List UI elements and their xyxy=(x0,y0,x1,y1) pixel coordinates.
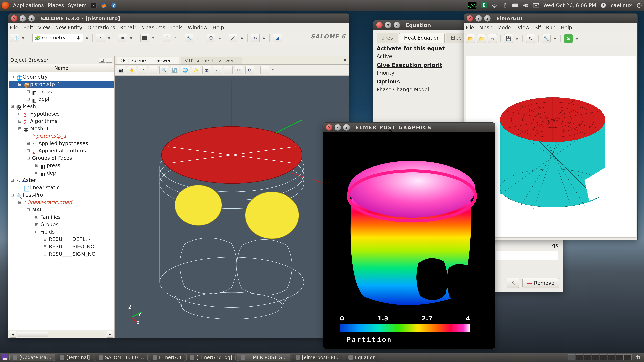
rotate-icon[interactable]: 🔄 xyxy=(170,66,179,74)
menu-system[interactable]: System xyxy=(68,2,87,8)
task-item[interactable]: [Update Ma… xyxy=(10,354,55,361)
bluetooth-icon[interactable] xyxy=(502,2,508,8)
menu-edit[interactable]: Edit xyxy=(23,25,33,30)
save-icon[interactable]: 💾 xyxy=(504,34,513,43)
close-icon[interactable]: ✕ xyxy=(376,22,382,28)
edge-icon[interactable]: ／ xyxy=(229,34,238,42)
edit-sif-icon[interactable]: ✎ xyxy=(526,34,535,43)
menu-applications[interactable]: Applications xyxy=(13,2,44,8)
menu-help[interactable]: Help xyxy=(212,25,224,30)
clock[interactable]: Wed Oct 26, 6:06 PM xyxy=(544,2,596,8)
close-icon[interactable]: ✕ xyxy=(326,124,332,130)
overflow-icon[interactable]: » xyxy=(129,36,133,40)
boolean-icon[interactable]: ⬛ xyxy=(140,34,149,42)
close-panel-icon[interactable]: ✕ xyxy=(106,58,112,62)
tray-app-icon[interactable]: E xyxy=(481,2,487,8)
tree-fields[interactable]: Fields xyxy=(40,228,55,236)
task-item[interactable]: ELMER POST G… xyxy=(237,354,290,361)
equation-name-input[interactable] xyxy=(496,251,558,260)
user-menu-icon[interactable] xyxy=(600,2,606,8)
tab-close-icon[interactable]: ✕ xyxy=(343,57,347,63)
battery-icon[interactable] xyxy=(512,2,518,8)
tree-applied-alg[interactable]: Applied algorithms xyxy=(38,147,86,154)
volume-icon[interactable] xyxy=(522,2,528,8)
menu-view[interactable]: View xyxy=(38,25,50,30)
close-icon[interactable]: ✕ xyxy=(11,15,17,22)
menu-help[interactable]: Help xyxy=(561,25,572,30)
menu-mesh[interactable]: Mesh xyxy=(479,25,492,30)
tab-elec[interactable]: Elec xyxy=(446,33,466,43)
undock-icon[interactable]: ◫ xyxy=(99,58,105,62)
task-item[interactable]: Equation xyxy=(345,354,379,361)
redo-icon[interactable]: ↷ xyxy=(224,66,232,74)
show-desktop-icon[interactable]: ▃ xyxy=(2,354,8,360)
overflow-icon[interactable]: » xyxy=(240,36,244,40)
menu-window[interactable]: Window xyxy=(188,25,208,30)
solver-settings-icon[interactable]: 🔧 xyxy=(542,34,550,43)
help-launcher-icon[interactable]: ? xyxy=(111,2,117,8)
tree-gdepl[interactable]: depl xyxy=(47,169,58,176)
overflow-icon[interactable]: » xyxy=(575,36,579,41)
minimize-icon[interactable]: ▾ xyxy=(385,22,391,28)
tree-linear-static[interactable]: linear-static xyxy=(30,184,60,191)
menu-file[interactable]: File xyxy=(466,25,474,30)
export-icon[interactable]: ↪ xyxy=(488,34,497,43)
tree-press[interactable]: press xyxy=(38,88,52,96)
zoom-icon[interactable]: 🔍 xyxy=(160,66,168,74)
firefox-launcher-icon[interactable] xyxy=(101,2,107,8)
elmergui-titlebar[interactable]: ✕ ▾ ▴ ElmerGUI xyxy=(464,14,638,23)
tree-piston[interactable]: piston.stp_1 xyxy=(30,81,60,88)
overflow-icon[interactable]: » xyxy=(85,36,89,40)
close-icon[interactable]: ✕ xyxy=(467,15,473,22)
tree-resu-depl[interactable]: RESU____DEPL, - xyxy=(49,236,90,243)
fit-all-icon[interactable]: ⊹ xyxy=(149,66,158,74)
user-name[interactable]: caelinux xyxy=(611,2,632,8)
rotation-point-icon[interactable]: ✨ xyxy=(192,66,200,74)
menu-operations[interactable]: Operations xyxy=(88,25,115,30)
fit-selection-icon[interactable]: ⤢ xyxy=(138,66,147,74)
undo-icon[interactable]: ↶ xyxy=(213,66,222,74)
load-mesh-icon[interactable]: 📁 xyxy=(477,34,486,43)
memorize-icon[interactable]: ⚙ xyxy=(245,66,254,74)
elmer-post-viewport[interactable]: 0 1.3 2.7 4 Partition xyxy=(323,132,495,348)
task-item[interactable]: [ElmerGrid log] xyxy=(186,354,236,361)
tree-resu-sieq[interactable]: RESU____SIEQ_NO xyxy=(49,243,94,250)
tree-gpress[interactable]: press xyxy=(47,162,60,169)
tree-groups-faces[interactable]: Groups of Faces xyxy=(32,154,72,162)
tree-aster[interactable]: Aster xyxy=(23,176,36,184)
tree-families[interactable]: Families xyxy=(40,214,61,221)
maximize-view-icon[interactable]: ▭ xyxy=(260,66,269,74)
point-icon[interactable]: • xyxy=(96,34,105,42)
workspace-switcher[interactable] xyxy=(568,354,632,360)
task-item[interactable]: SALOME 6.3.0 … xyxy=(95,354,148,361)
overflow-icon[interactable]: » xyxy=(271,68,275,72)
trash-icon[interactable]: 🗑 xyxy=(636,354,642,361)
tab-heat-equation[interactable]: Heat Equation xyxy=(399,33,445,43)
scroll-left-icon[interactable]: ◂ xyxy=(10,331,16,338)
open-icon[interactable]: 📂 xyxy=(466,34,475,43)
tree-applied-hyp[interactable]: Applied hypotheses xyxy=(38,140,88,147)
overflow-icon[interactable]: » xyxy=(107,36,111,40)
maximize-icon[interactable]: ▴ xyxy=(394,22,400,28)
maximize-icon[interactable]: ▴ xyxy=(28,15,35,22)
tab-vtk-scene[interactable]: VTK scene:1 - viewer:1 xyxy=(181,57,242,64)
terminal-launcher-icon[interactable]: >_ xyxy=(91,2,97,8)
menu-places[interactable]: Places xyxy=(48,2,64,8)
overflow-icon[interactable]: » xyxy=(262,36,266,40)
tree-scrollbar[interactable]: ◂ ▸ xyxy=(8,330,114,338)
maximize-icon[interactable]: ▴ xyxy=(343,124,350,130)
ok-button[interactable]: K xyxy=(507,278,519,288)
tree-depl[interactable]: depl xyxy=(38,96,49,103)
overflow-icon[interactable]: » xyxy=(553,36,557,41)
minimize-icon[interactable]: ▾ xyxy=(476,15,482,22)
menu-file[interactable]: File xyxy=(10,25,18,30)
maximize-icon[interactable]: ▴ xyxy=(484,15,490,22)
power-icon[interactable] xyxy=(636,2,642,8)
tree-piston-ref[interactable]: * piston.stp_1 xyxy=(32,132,67,140)
mail-icon[interactable] xyxy=(533,2,539,8)
menu-run[interactable]: Run xyxy=(546,25,556,30)
partition-icon[interactable]: 🔧 xyxy=(185,34,193,42)
tree-resu-sigm[interactable]: RESU____SIGM_NO xyxy=(49,250,96,258)
measure-icon[interactable]: ↔ xyxy=(251,34,260,42)
views-icon[interactable]: ▦ xyxy=(202,66,211,74)
